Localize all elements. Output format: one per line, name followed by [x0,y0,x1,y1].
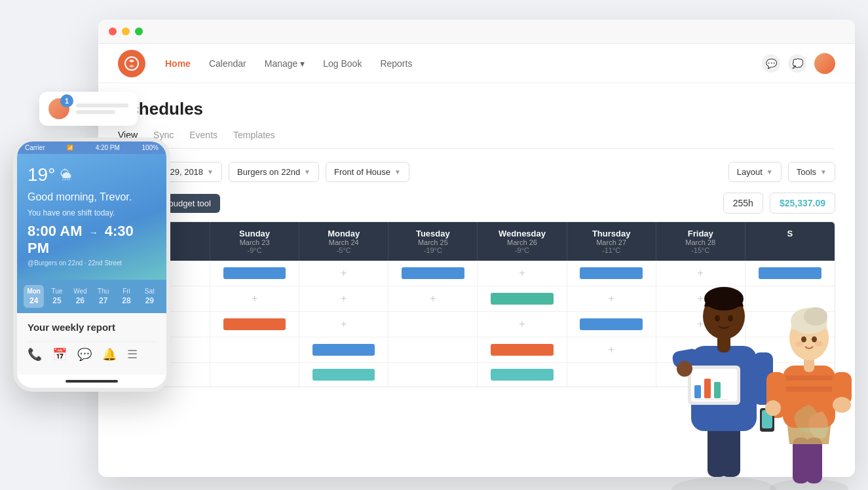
shift-cell[interactable] [745,312,835,337]
window-titlebar [98,20,855,44]
nav-right: 💬 💭 [762,53,835,74]
mobile-phone: Carrier 📶 4:20 PM 100% 19° 🌦 Good mornin… [13,138,170,392]
shift-cell[interactable] [299,337,388,362]
shift-cell[interactable] [210,312,299,337]
page-title: Schedules [118,99,835,119]
shift-cell[interactable]: + [478,312,567,337]
table-row: Donalson 00 + + + [119,312,835,337]
tab-bar: View Sync Events Templates [118,130,835,149]
carrier-label: Carrier [25,144,45,151]
tools-dropdown[interactable]: Tools ▼ [788,162,835,182]
cal-day-mon[interactable]: Mon24 [24,285,44,308]
phone-icon-calendar[interactable]: 📅 [52,347,67,362]
table-row: Jones 10 + + [119,337,835,363]
phone-hero: 19° 🌦 Good morning, Trevor. You have one… [17,154,166,280]
shift-cell[interactable] [567,312,656,337]
app-content: Schedules View Sync Events Templates 201… [98,83,855,387]
shift-cell[interactable]: + [478,261,567,286]
phone-shift-text: You have one shift today. [28,208,156,217]
shift-cell[interactable] [478,286,567,311]
phone-greeting: Good morning, Trevor. [28,191,156,204]
battery-label: 100% [142,144,159,151]
header-friday: Friday March 28 -15°C [656,222,745,261]
phone-icon-menu[interactable]: ☰ [127,347,138,362]
shift-cell[interactable] [388,261,478,286]
tab-templates[interactable]: Templates [233,130,275,148]
header-thursday: Thursday March 27 -11°C [567,222,656,261]
cal-day-wed[interactable]: Wed26 [70,285,90,308]
shift-cell[interactable] [388,363,478,386]
nav-home[interactable]: Home [165,58,191,69]
minimize-button[interactable] [122,28,130,35]
shift-cell[interactable]: + [299,261,388,286]
svg-point-19 [770,479,848,490]
shift-cell[interactable] [656,363,745,386]
shift-cell[interactable]: + [299,312,388,337]
notification-icon[interactable]: 💬 [762,54,780,73]
shift-cell[interactable] [388,337,478,362]
money-stat: $25,337.09 [770,193,835,214]
layout-dropdown[interactable]: Layout ▼ [728,162,782,182]
shift-cell[interactable] [210,261,299,286]
shift-cell[interactable] [745,286,835,311]
hours-stat: 255h [723,193,763,214]
maximize-button[interactable] [135,28,143,35]
cal-day-thu[interactable]: Thu27 [93,285,113,308]
phone-icon-phone[interactable]: 📞 [28,347,42,362]
home-bar [66,380,118,383]
chat-icon[interactable]: 💭 [788,54,806,73]
shift-cell[interactable] [299,363,388,386]
close-button[interactable] [109,28,117,35]
phone-screen: Carrier 📶 4:20 PM 100% 19° 🌦 Good mornin… [17,141,166,388]
phone-home-indicator [17,375,166,388]
notif-line [76,110,115,114]
header-sunday: Sunday March 23 -9°C [210,222,299,261]
phone-icon-chat[interactable]: 💬 [77,347,92,362]
cal-day-tue[interactable]: Tue25 [47,285,67,308]
shift-cell[interactable]: + [656,337,745,362]
shift-cell[interactable]: + [388,286,478,311]
nav-manage[interactable]: Manage ▾ [265,58,305,69]
phone-icon-bell[interactable]: 🔔 [102,347,117,362]
shift-cell[interactable]: + [210,286,299,311]
weekly-report-label: Your weekly report [28,321,156,334]
notification-bubble: 1 [39,92,138,126]
app-logo [118,50,145,77]
shift-cell[interactable] [210,363,299,386]
shift-cell[interactable]: + [299,286,388,311]
shift-cell[interactable] [478,337,567,362]
phone-icons-row: 📞 📅 💬 🔔 ☰ [28,341,156,367]
shift-cell[interactable] [210,337,299,362]
nav-reports[interactable]: Reports [380,58,412,69]
department-dropdown[interactable]: Front of House ▼ [326,162,409,182]
cal-day-sat[interactable]: Sat29 [140,285,160,308]
cal-day-fri[interactable]: Fri28 [116,285,136,308]
nav-links: Home Calendar Manage ▾ Log Book Reports [165,58,762,69]
user-avatar[interactable] [814,53,835,74]
table-row: Weeres 20 + + + + + [119,286,835,312]
shift-cell[interactable]: + [656,312,745,337]
shift-cell[interactable] [478,363,567,386]
nav-logbook[interactable]: Log Book [323,58,362,69]
shift-cell[interactable] [567,363,656,386]
shift-cell[interactable]: + [656,286,745,311]
shift-cell[interactable] [745,337,835,362]
grid-header: Name Sunday March 23 -9°C Monday March 2… [119,222,835,261]
phone-location: @Burgers on 22nd · 22nd Street [28,259,156,267]
shift-cell[interactable]: + [567,337,656,362]
notif-lines [76,104,128,114]
shift-cell[interactable] [567,261,656,286]
shift-cell[interactable] [388,312,478,337]
tab-events[interactable]: Events [189,130,217,148]
shift-cell[interactable] [745,261,835,286]
svg-point-0 [125,57,138,70]
shift-cell[interactable]: + [656,261,745,286]
app-nav: Home Calendar Manage ▾ Log Book Reports … [98,44,855,83]
shift-cell[interactable]: + [567,286,656,311]
location-dropdown[interactable]: Burgers on 22nd ▼ [229,162,319,182]
nav-calendar[interactable]: Calendar [209,58,246,69]
schedule-toolbar: 2018 - Mar 29, 2018 ▼ Burgers on 22nd ▼ … [118,162,835,182]
time-label: 4:20 PM [96,144,120,151]
shift-cell[interactable] [745,363,835,386]
table-row: Smith 50 + + + [119,261,835,286]
